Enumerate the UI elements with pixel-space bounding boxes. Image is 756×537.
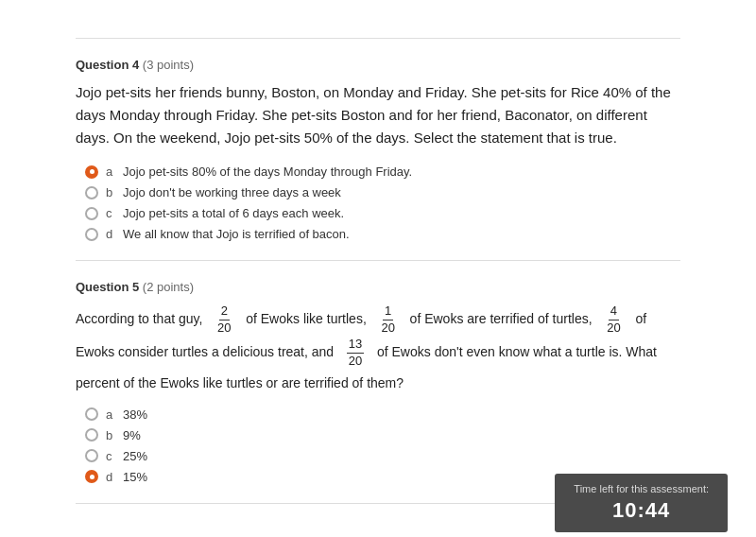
frac3-den: 20 <box>605 320 622 337</box>
q5-space2 <box>238 311 242 326</box>
question-5-header: Question 5 (2 points) <box>76 280 680 294</box>
list-item[interactable]: d We all know that Jojo is terrified of … <box>85 227 680 241</box>
radio-a[interactable] <box>85 165 98 179</box>
list-item[interactable]: c 25% <box>85 449 680 463</box>
option-letter-d: d <box>106 227 115 241</box>
question-4-points: (3 points) <box>143 58 194 72</box>
q5-space1 <box>206 311 210 326</box>
option-letter-q5-b: b <box>106 428 115 442</box>
page-container: Question 4 (3 points) Jojo pet-sits her … <box>0 0 756 537</box>
option-text-d: We all know that Jojo is terrified of ba… <box>123 227 350 241</box>
option-text-q5-d: 15% <box>123 470 147 484</box>
q5-text-mid2: of Ewoks are terrified of turtles, <box>410 311 593 326</box>
fraction-2: 1 20 <box>379 303 396 337</box>
option-text-q5-a: 38% <box>123 407 147 422</box>
top-divider <box>76 38 680 39</box>
radio-q5-b[interactable] <box>85 428 98 442</box>
option-text-a: Jojo pet-sits 80% of the days Monday thr… <box>123 165 412 179</box>
fraction-4: 13 20 <box>347 337 364 370</box>
frac1-num: 2 <box>219 303 230 320</box>
q5-space4 <box>403 311 406 326</box>
question-4-section: Question 4 (3 points) Jojo pet-sits her … <box>76 58 680 241</box>
radio-q5-c[interactable] <box>85 449 98 462</box>
radio-q5-a[interactable] <box>85 407 98 421</box>
frac4-den: 20 <box>347 354 364 370</box>
list-item[interactable]: a Jojo pet-sits 80% of the days Monday t… <box>85 165 680 179</box>
question-4-title: Question 4 <box>76 58 139 72</box>
question-5-points: (2 points) <box>143 280 194 294</box>
radio-b[interactable] <box>85 186 98 199</box>
list-item[interactable]: b 9% <box>85 428 680 442</box>
option-text-c: Jojo pet-sits a total of 6 days each wee… <box>123 206 344 220</box>
q5-text-mid1: of Ewoks like turtles, <box>246 311 367 326</box>
question-4-text: Jojo pet-sits her friends bunny, Boston,… <box>76 81 680 149</box>
frac1-den: 20 <box>215 320 232 337</box>
option-letter-c: c <box>106 206 115 220</box>
timer-value: 10:44 <box>574 498 709 523</box>
list-item[interactable]: b Jojo don't be working three days a wee… <box>85 185 680 199</box>
option-letter-a: a <box>106 165 115 179</box>
q5-space7 <box>337 344 341 359</box>
frac4-num: 13 <box>347 337 364 354</box>
fraction-1: 2 20 <box>215 303 232 337</box>
q5-space5 <box>595 311 599 326</box>
radio-d[interactable] <box>85 228 98 241</box>
frac2-den: 20 <box>379 320 396 337</box>
q5-text-treat: Ewoks consider turtles a delicious treat… <box>76 344 334 359</box>
question-5-math: According to that guy, 2 20 of Ewoks lik… <box>76 303 680 396</box>
frac3-num: 4 <box>609 303 619 320</box>
option-text-q5-c: 25% <box>123 449 147 463</box>
option-letter-q5-d: d <box>106 470 115 484</box>
fraction-3: 4 20 <box>605 303 622 337</box>
question-4-options: a Jojo pet-sits 80% of the days Monday t… <box>85 165 680 241</box>
q5-text-mid3-of: of <box>635 311 646 326</box>
option-letter-q5-a: a <box>106 407 115 422</box>
frac2-num: 1 <box>383 303 393 320</box>
q5-text-pre: According to that guy, <box>76 311 202 326</box>
question-5-options: a 38% b 9% c 25% d 15% <box>85 407 680 484</box>
question-5-title: Question 5 <box>76 280 139 294</box>
radio-c[interactable] <box>85 207 98 220</box>
q5-space3 <box>370 311 374 326</box>
timer-label: Time left for this assessment: <box>574 483 709 494</box>
list-item[interactable]: c Jojo pet-sits a total of 6 days each w… <box>85 206 680 220</box>
q5-space8 <box>369 344 373 359</box>
timer-box: Time left for this assessment: 10:44 <box>555 474 728 532</box>
mid-divider <box>76 260 680 261</box>
q5-space6 <box>628 311 632 326</box>
list-item[interactable]: a 38% <box>85 407 680 422</box>
option-letter-q5-c: c <box>106 449 115 463</box>
option-text-b: Jojo don't be working three days a week <box>123 185 341 199</box>
question-5-section: Question 5 (2 points) According to that … <box>76 280 680 484</box>
question-4-header: Question 4 (3 points) <box>76 58 680 72</box>
option-letter-b: b <box>106 185 115 199</box>
radio-q5-d[interactable] <box>85 470 98 483</box>
option-text-q5-b: 9% <box>123 428 141 442</box>
